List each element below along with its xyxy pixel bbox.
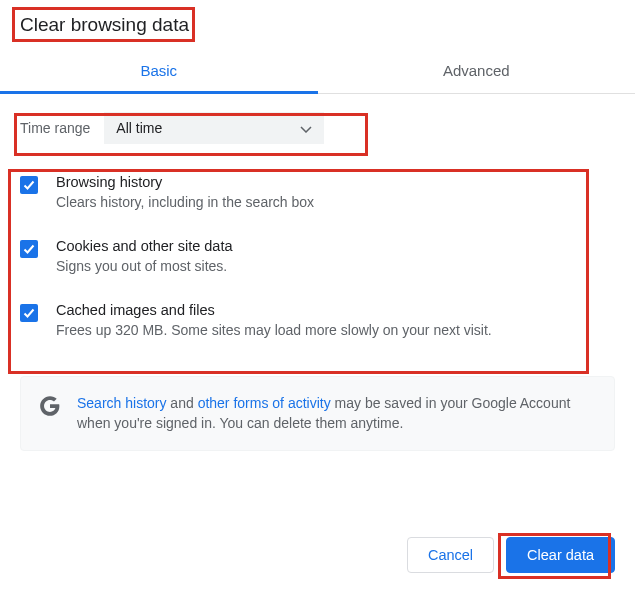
- option-title: Browsing history: [56, 174, 314, 190]
- link-other-activity[interactable]: other forms of activity: [198, 395, 331, 411]
- chevron-down-icon: [300, 120, 312, 136]
- google-icon: [39, 395, 61, 417]
- time-range-label: Time range: [20, 120, 90, 136]
- info-box: Search history and other forms of activi…: [20, 376, 615, 451]
- options-list: Browsing history Clears history, includi…: [0, 154, 635, 358]
- cancel-button[interactable]: Cancel: [407, 537, 494, 573]
- tab-advanced[interactable]: Advanced: [318, 50, 636, 93]
- time-range-select[interactable]: All time: [104, 112, 324, 144]
- option-desc: Signs you out of most sites.: [56, 258, 233, 274]
- check-icon: [22, 242, 36, 256]
- checkbox-cookies[interactable]: [20, 240, 38, 258]
- link-search-history[interactable]: Search history: [77, 395, 166, 411]
- dialog-title: Clear browsing data: [0, 0, 209, 46]
- option-title: Cookies and other site data: [56, 238, 233, 254]
- option-desc: Clears history, including in the search …: [56, 194, 314, 210]
- checkbox-cache[interactable]: [20, 304, 38, 322]
- option-title: Cached images and files: [56, 302, 492, 318]
- checkbox-browsing-history[interactable]: [20, 176, 38, 194]
- clear-data-button[interactable]: Clear data: [506, 537, 615, 573]
- time-range-row: Time range All time: [20, 112, 324, 144]
- check-icon: [22, 306, 36, 320]
- info-text: Search history and other forms of activi…: [77, 393, 596, 434]
- option-cookies: Cookies and other site data Signs you ou…: [12, 224, 623, 288]
- check-icon: [22, 178, 36, 192]
- info-text-mid: and: [166, 395, 197, 411]
- option-cache: Cached images and files Frees up 320 MB.…: [12, 288, 623, 352]
- option-desc: Frees up 320 MB. Some sites may load mor…: [56, 322, 492, 338]
- tabs: Basic Advanced: [0, 50, 635, 94]
- tab-basic[interactable]: Basic: [0, 50, 318, 93]
- footer-buttons: Cancel Clear data: [407, 537, 615, 573]
- option-browsing-history: Browsing history Clears history, includi…: [12, 160, 623, 224]
- time-range-value: All time: [116, 120, 162, 136]
